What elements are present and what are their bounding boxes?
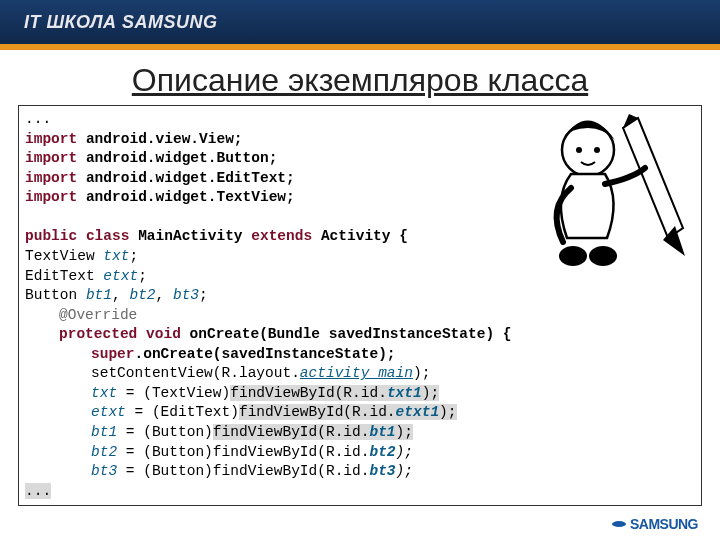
code-line: super.onCreate(savedInstanceState); — [25, 345, 695, 365]
code-line: bt2 = (Button)findViewById(R.id.bt2); — [25, 443, 695, 463]
svg-point-4 — [589, 246, 617, 266]
code-line: bt1 = (Button)findViewById(R.id.bt1); — [25, 423, 695, 443]
svg-point-1 — [576, 147, 582, 153]
svg-point-3 — [559, 246, 587, 266]
logo-icon — [612, 521, 626, 527]
code-line: bt3 = (Button)findViewById(R.id.bt3); — [25, 462, 695, 482]
header-top: IT ШКОЛА SAMSUNG — [0, 0, 720, 44]
logo-text: SAMSUNG — [630, 516, 698, 532]
code-line: ... — [25, 482, 695, 502]
slide-title: Описание экземпляров класса — [0, 62, 720, 99]
code-block: ... import android.view.View; import and… — [18, 105, 702, 506]
svg-point-2 — [594, 147, 600, 153]
header-bar: IT ШКОЛА SAMSUNG — [0, 0, 720, 50]
code-line: protected void onCreate(Bundle savedInst… — [25, 325, 695, 345]
code-line: setContentView(R.layout.activity_main); — [25, 364, 695, 384]
code-line: etxt = (EditText)findViewById(R.id.etxt1… — [25, 403, 695, 423]
brand-text: IT ШКОЛА SAMSUNG — [24, 12, 218, 33]
pencil-boy-illustration — [533, 108, 693, 278]
code-line: txt = (TextView)findViewById(R.id.txt1); — [25, 384, 695, 404]
samsung-logo: SAMSUNG — [612, 516, 698, 532]
code-line: Button bt1, bt2, bt3; — [25, 286, 695, 306]
header-accent — [0, 44, 720, 50]
code-line: @Override — [25, 306, 695, 326]
